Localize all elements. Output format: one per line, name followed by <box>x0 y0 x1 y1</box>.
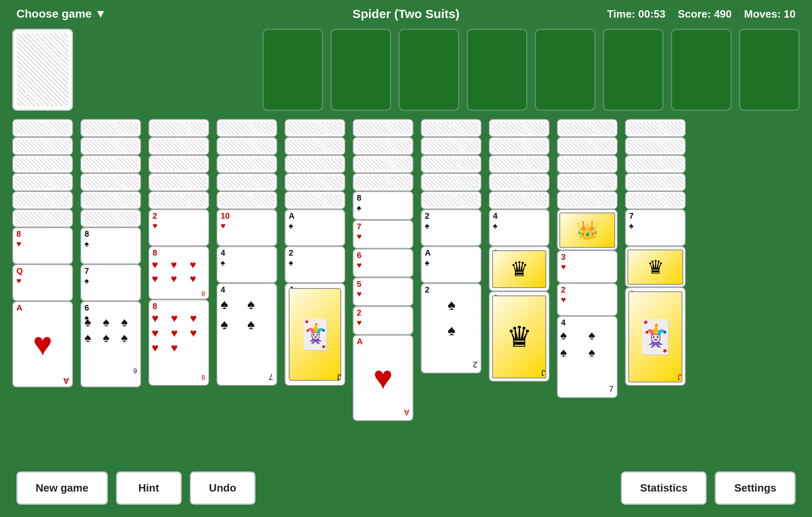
bottom-bar: New game Hint Undo Statistics Settings <box>0 471 812 505</box>
table-row[interactable]: Q ♛ <box>625 246 686 287</box>
suit-pip: ♠ <box>84 331 101 345</box>
card-suit: ♥ <box>357 232 362 240</box>
foundation-8 <box>739 29 800 111</box>
column-2: 8 ♠ 7 ♠ 6 ♠ ♠ ♠ ♠ ♠ ♠ ♠ 9 <box>80 119 141 398</box>
table-row[interactable]: 2 ♠ <box>421 209 481 246</box>
table-row[interactable]: 5 ♥ <box>353 277 413 306</box>
table-row <box>285 119 345 137</box>
choose-game-button[interactable]: Choose game ▼ <box>16 7 106 21</box>
table-row[interactable]: 7 ♠ <box>625 209 686 246</box>
table-row <box>557 173 618 191</box>
table-row <box>80 137 141 155</box>
table-row[interactable]: J 🃏 J <box>285 283 345 386</box>
suit-pip: ♠ <box>447 322 455 339</box>
table-row[interactable]: 7 ♥ <box>353 220 413 249</box>
table-row <box>421 155 481 173</box>
table-row[interactable]: 4 ♠ ♠ ♠ ♠ 7 <box>557 316 618 398</box>
card-rank: 2 <box>357 309 361 317</box>
card-rank-bottom: A <box>63 377 69 385</box>
card-rank: 10 <box>221 212 230 220</box>
suit-pip: ♠ <box>221 316 243 332</box>
time-display: Time: 00:53 <box>607 8 666 21</box>
table-row[interactable]: 7 ♠ <box>80 264 141 301</box>
card-suit: ♠ <box>289 258 293 267</box>
suit-pip: ♠ <box>84 315 101 329</box>
table-row[interactable]: 2 ♥ <box>353 306 413 335</box>
stock-card-back[interactable] <box>12 29 73 111</box>
table-row[interactable]: J ♛ J <box>489 291 550 382</box>
stock-pile[interactable] <box>12 29 78 111</box>
suit-pip: ♥ <box>152 272 169 285</box>
table-row[interactable]: 3 ♥ <box>557 250 618 283</box>
suit-pip: ♥ <box>152 312 169 325</box>
header: Choose game ▼ Spider (Two Suits) Time: 0… <box>0 0 812 25</box>
card-rank-bottom: J <box>541 368 545 377</box>
card-rank: 8 <box>357 194 361 202</box>
card-rank: A <box>425 249 431 257</box>
table-row[interactable]: Q ♥ <box>12 264 73 301</box>
suit-pip: ♥ <box>171 258 188 271</box>
hint-button[interactable]: Hint <box>116 471 182 505</box>
table-row <box>353 173 413 191</box>
table-row[interactable]: 2 ♥ <box>557 283 618 316</box>
table-row[interactable]: 6 ♠ ♠ ♠ ♠ ♠ ♠ ♠ 9 <box>80 301 141 387</box>
card-rank-bottom: 7 <box>609 384 614 394</box>
card-suit: ♠ <box>493 222 497 230</box>
table-row[interactable]: 2 ♠ <box>285 246 345 283</box>
table-row[interactable]: A ♥ A <box>353 335 413 421</box>
score-display: Score: 490 <box>678 8 732 21</box>
table-row[interactable]: J ♛ <box>489 246 550 291</box>
table-row[interactable]: A ♥ A <box>12 301 73 387</box>
table-row[interactable]: 8 ♥ ♥ ♥ ♥ ♥ ♥ ♥ ♥ 8 <box>148 300 209 386</box>
table-row <box>12 173 73 191</box>
table-row[interactable]: 8 ♥ <box>12 227 73 264</box>
table-row[interactable]: 2 ♠ ♠ 2 <box>421 283 481 373</box>
table-row[interactable]: 8 ♠ <box>80 227 141 264</box>
table-row[interactable]: 10 ♥ <box>217 209 277 246</box>
column-10: 7 ♠ Q ♛ J 🃏 J <box>625 119 686 398</box>
table-row[interactable]: 4 ♠ <box>489 209 550 246</box>
column-7: 2 ♠ A ♠ 2 ♠ ♠ 2 <box>421 119 481 398</box>
card-rank: 8 <box>16 230 21 238</box>
table-row <box>12 191 73 209</box>
table-row <box>148 137 209 155</box>
statistics-button[interactable]: Statistics <box>621 471 707 505</box>
card-suit: ♥ <box>16 240 21 248</box>
card-rank-bottom: 8 <box>201 374 205 382</box>
table-row <box>217 155 277 173</box>
table-row <box>217 137 277 155</box>
card-rank-bottom: 7 <box>269 372 273 382</box>
table-row[interactable]: 6 ♥ <box>353 249 413 277</box>
table-row <box>80 209 141 227</box>
suit-pip: ♥ <box>171 327 189 340</box>
table-row[interactable]: A ♠ <box>285 209 345 246</box>
table-row <box>285 155 345 173</box>
table-row <box>12 119 73 137</box>
foundation-4 <box>467 29 527 111</box>
table-row[interactable]: 8 ♥ ♥ ♥ ♥ ♥ ♥ 8 <box>148 246 209 300</box>
table-row[interactable]: J 🃏 J <box>625 287 686 386</box>
table-row[interactable]: K 👑 <box>557 209 618 250</box>
table-row <box>148 155 209 173</box>
table-row[interactable]: 2 ♥ <box>148 209 209 246</box>
suit-pip: ♥ <box>190 258 208 271</box>
table-row[interactable]: 8 ♠ <box>353 191 413 220</box>
settings-button[interactable]: Settings <box>715 471 796 505</box>
face-card-symbol: ♛ <box>647 256 664 278</box>
game-title: Spider (Two Suits) <box>352 7 459 21</box>
table-row[interactable]: 4 ♠ <box>217 246 277 283</box>
column-4: 10 ♥ 4 ♠ 4 ♠ ♠ ♠ ♠ 7 <box>217 119 277 398</box>
card-rank: 6 <box>84 304 89 312</box>
column-1: 8 ♥ Q ♥ A ♥ A <box>12 119 73 398</box>
column-9: K 👑 3 ♥ 2 ♥ 4 ♠ ♠ ♠ ♠ 7 <box>557 119 618 406</box>
new-game-button[interactable]: New game <box>16 471 108 505</box>
suit-pip: ♥ <box>171 341 189 355</box>
card-rank: 2 <box>561 286 566 294</box>
table-row[interactable]: 4 ♠ ♠ ♠ ♠ 7 <box>217 283 277 386</box>
card-suit: ♥ <box>153 222 157 230</box>
table-row <box>12 137 73 155</box>
table-row[interactable]: A ♠ <box>421 246 481 283</box>
card-suit: ♥ <box>16 277 21 285</box>
card-suit: ♠ <box>84 240 89 248</box>
undo-button[interactable]: Undo <box>190 471 255 505</box>
